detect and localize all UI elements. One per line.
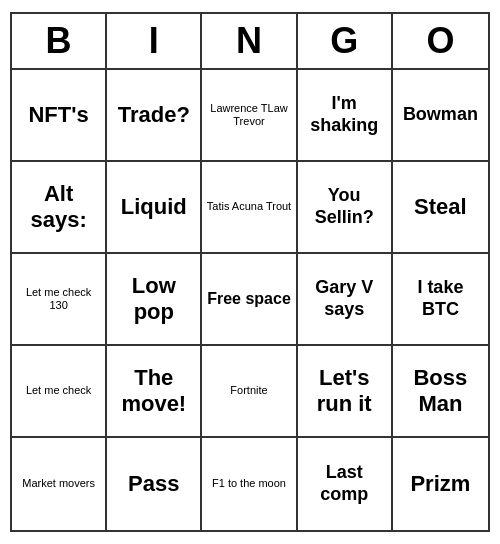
bingo-cell: Pass: [107, 438, 202, 530]
bingo-header: BINGO: [12, 14, 488, 70]
bingo-cell: Boss Man: [393, 346, 488, 438]
bingo-card: BINGO NFT'sTrade?Lawrence TLaw TrevorI'm…: [10, 12, 490, 532]
bingo-cell: Market movers: [12, 438, 107, 530]
bingo-cell: Low pop: [107, 254, 202, 346]
bingo-cell: Let me check: [12, 346, 107, 438]
header-letter: N: [202, 14, 297, 68]
bingo-cell: Lawrence TLaw Trevor: [202, 70, 297, 162]
bingo-cell: Free space: [202, 254, 297, 346]
bingo-cell: The move!: [107, 346, 202, 438]
bingo-cell: I take BTC: [393, 254, 488, 346]
bingo-cell: Let's run it: [298, 346, 393, 438]
bingo-grid: NFT'sTrade?Lawrence TLaw TrevorI'm shaki…: [12, 70, 488, 530]
bingo-cell: You Sellin?: [298, 162, 393, 254]
bingo-cell: Fortnite: [202, 346, 297, 438]
header-letter: B: [12, 14, 107, 68]
bingo-cell: Let me check 130: [12, 254, 107, 346]
bingo-cell: Bowman: [393, 70, 488, 162]
bingo-cell: Last comp: [298, 438, 393, 530]
header-letter: G: [298, 14, 393, 68]
bingo-cell: Gary V says: [298, 254, 393, 346]
bingo-cell: Alt says:: [12, 162, 107, 254]
header-letter: I: [107, 14, 202, 68]
bingo-cell: Liquid: [107, 162, 202, 254]
header-letter: O: [393, 14, 488, 68]
bingo-cell: Steal: [393, 162, 488, 254]
bingo-cell: I'm shaking: [298, 70, 393, 162]
bingo-cell: F1 to the moon: [202, 438, 297, 530]
bingo-cell: Prizm: [393, 438, 488, 530]
bingo-cell: Tatis Acuna Trout: [202, 162, 297, 254]
bingo-cell: NFT's: [12, 70, 107, 162]
bingo-cell: Trade?: [107, 70, 202, 162]
